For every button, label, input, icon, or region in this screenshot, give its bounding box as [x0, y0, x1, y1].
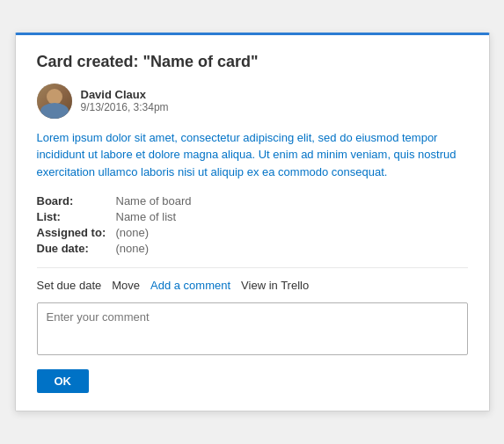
- comment-input[interactable]: [37, 302, 468, 355]
- assigned-row: Assigned to: (none): [37, 226, 468, 239]
- due-date-value: (none): [116, 242, 150, 255]
- ok-button[interactable]: OK: [37, 369, 90, 393]
- assigned-value: (none): [116, 226, 150, 239]
- action-bar: Set due date Move Add a comment View in …: [37, 267, 468, 292]
- avatar: [37, 84, 72, 119]
- view-in-trello-link[interactable]: View in Trello: [241, 279, 316, 292]
- due-date-label: Due date:: [37, 242, 116, 255]
- set-due-date-link[interactable]: Set due date: [37, 279, 109, 292]
- user-timestamp: 9/13/2016, 3:34pm: [81, 101, 169, 113]
- card-metadata: Board: Name of board List: Name of list …: [37, 194, 468, 255]
- board-row: Board: Name of board: [37, 194, 468, 207]
- card-description: Lorem ipsum dolor sit amet, consectetur …: [37, 129, 468, 181]
- board-label: Board:: [37, 194, 116, 207]
- assigned-label: Assigned to:: [37, 226, 116, 239]
- card-created-dialog: Card created: "Name of card" David Claux…: [15, 33, 490, 412]
- due-date-row: Due date: (none): [37, 242, 468, 255]
- move-link[interactable]: Move: [112, 279, 147, 292]
- user-info: David Claux 9/13/2016, 3:34pm: [81, 88, 169, 113]
- dialog-title: Card created: "Name of card": [37, 53, 468, 71]
- board-value: Name of board: [116, 194, 192, 207]
- user-row: David Claux 9/13/2016, 3:34pm: [37, 84, 468, 119]
- user-name: David Claux: [81, 88, 169, 101]
- list-row: List: Name of list: [37, 210, 468, 223]
- add-comment-link[interactable]: Add a comment: [150, 279, 237, 292]
- list-value: Name of list: [116, 210, 177, 223]
- list-label: List:: [37, 210, 116, 223]
